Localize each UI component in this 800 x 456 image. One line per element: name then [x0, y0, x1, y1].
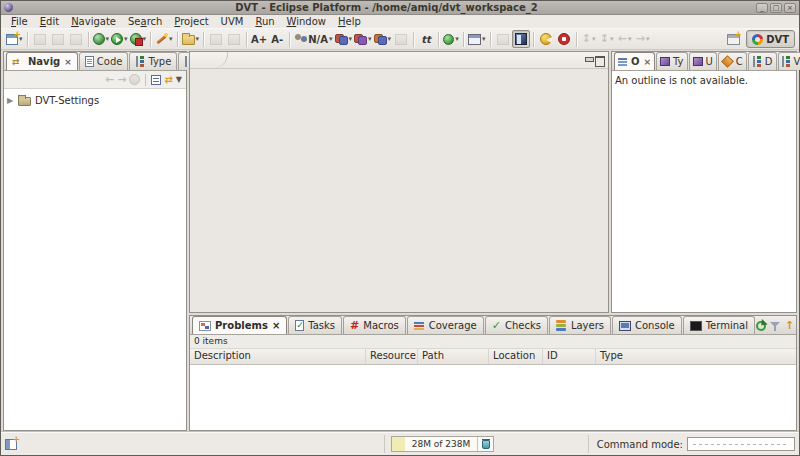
menu-project[interactable]: Project	[168, 15, 214, 28]
column-description[interactable]: Description	[190, 349, 366, 364]
compile-pair-icon	[335, 33, 348, 45]
close-tab-icon[interactable]: ×	[272, 320, 280, 331]
close-tab-icon[interactable]: ×	[644, 57, 652, 67]
run-external-button[interactable]: ▾	[129, 30, 148, 48]
column-location[interactable]: Location	[489, 349, 543, 364]
maximize-editor-icon[interactable]	[594, 55, 605, 65]
link-with-editor-icon[interactable]: ⇄	[164, 74, 172, 85]
tab-code[interactable]: Code	[79, 52, 129, 70]
doc-button-disabled	[494, 30, 512, 48]
tab-verification[interactable]: Ve	[778, 52, 800, 70]
tab-navig[interactable]: ⇄Navig×	[6, 52, 78, 70]
nav-forward-icon: →	[117, 74, 126, 86]
new-wizard-icon	[6, 34, 18, 45]
column-id[interactable]: ID	[543, 349, 596, 364]
compile-config-button-2[interactable]: ▾	[353, 30, 373, 48]
toggle-text-button[interactable]: tt	[417, 30, 435, 48]
problems-table-body	[190, 365, 796, 430]
tab-coverage[interactable]: Coverage	[407, 316, 484, 334]
left-tabbar: ⇄Navig× Code Type Trace	[4, 52, 186, 71]
people-icon	[294, 33, 308, 45]
help-button[interactable]	[555, 30, 573, 48]
expander-icon[interactable]: ▶	[6, 96, 14, 105]
column-path[interactable]: Path	[418, 349, 489, 364]
command-mode-input[interactable]	[687, 437, 795, 451]
package-icon	[693, 57, 703, 66]
tab-checks[interactable]: C	[718, 52, 747, 70]
font-decrease-button[interactable]: A-	[268, 30, 286, 48]
menu-search[interactable]: Search	[122, 15, 168, 28]
forward-arrow-icon: →	[636, 33, 645, 45]
filter-icon[interactable]	[770, 321, 781, 331]
print-button	[67, 30, 85, 48]
open-resource-button[interactable]: ▾	[181, 30, 201, 48]
menu-help[interactable]: Help	[332, 15, 367, 28]
tab-types[interactable]: Ty	[656, 52, 687, 70]
menu-edit[interactable]: Edit	[34, 15, 65, 28]
heap-status-text: 28M of 238M	[405, 439, 477, 449]
navigator-icon: ⇄	[12, 57, 25, 67]
menu-run[interactable]: Run	[249, 15, 280, 28]
run-wizard-button[interactable]: ▾	[154, 30, 174, 48]
tab-macros[interactable]: #Macros	[343, 316, 406, 334]
menu-window[interactable]: Window	[281, 15, 332, 28]
run-gc-button[interactable]	[477, 437, 493, 451]
minimize-editor-icon[interactable]	[583, 55, 594, 65]
back-button: ←▾	[616, 30, 634, 48]
minimize-button[interactable]: _	[756, 3, 768, 13]
maximize-button[interactable]: □	[770, 3, 782, 13]
uvm-phase-button[interactable]: N/A▾	[293, 30, 333, 48]
open-perspective-button[interactable]	[724, 30, 742, 48]
navigator-toolbar: ← → ⇄ ▼	[4, 71, 186, 89]
tab-console[interactable]: Console	[612, 316, 682, 334]
application-window: DVT - Eclipse Platform - /home/amiq/dvt_…	[0, 0, 800, 456]
new-wizard-button[interactable]: ▾	[5, 30, 24, 48]
nav-up-icon	[129, 74, 140, 85]
menu-navigate[interactable]: Navigate	[65, 15, 122, 28]
column-resource[interactable]: Resource	[366, 349, 418, 364]
tree-item-dvt-settings[interactable]: ▶ DVT-Settings	[6, 92, 184, 108]
tab-checks[interactable]: ✓Checks	[485, 316, 548, 334]
font-increase-button[interactable]: A+	[250, 30, 268, 48]
menu-uvm[interactable]: UVM	[215, 15, 250, 28]
command-mode-label: Command mode:	[597, 439, 683, 450]
debug-button[interactable]: ▾	[92, 30, 111, 48]
compile-pair-icon	[374, 33, 387, 45]
grey-pair-icon	[395, 34, 407, 45]
refresh-icon[interactable]	[756, 321, 766, 331]
tab-uvm-browser[interactable]: U	[689, 52, 717, 70]
window-title: DVT - Eclipse Platform - /home/amiq/dvt_…	[17, 1, 756, 14]
tab-type[interactable]: Type	[129, 52, 177, 70]
close-tab-icon[interactable]: ×	[64, 57, 72, 67]
dvt-perspective-button[interactable]: DVT	[746, 30, 795, 48]
previous-item-icon[interactable]: ↑	[785, 320, 794, 331]
run-button[interactable]: ▾	[110, 30, 129, 48]
column-type[interactable]: Type	[596, 349, 796, 364]
waiver-button[interactable]	[537, 30, 555, 48]
tab-tasks[interactable]: Tasks	[288, 316, 342, 334]
view-menu-icon[interactable]: ▼	[176, 75, 182, 84]
compile-config-button-1[interactable]: ▾	[334, 30, 354, 48]
main-toolbar: ▾ ▾ ▾ ▾ ▾ ▾ A+ A- N/A▾ ▾ ▾ ▾ tt ▾ ▾	[1, 28, 799, 50]
outline-panel: O× Ty U C D Ve An outline is not availab…	[611, 51, 797, 313]
close-button[interactable]: ×	[784, 3, 796, 13]
tab-layers[interactable]: Layers	[549, 316, 611, 334]
heap-usage-bar	[392, 437, 405, 451]
menu-file[interactable]: File	[5, 15, 34, 28]
collapse-all-icon[interactable]	[151, 75, 161, 85]
code-icon	[85, 56, 94, 67]
compile-config-button-3[interactable]: ▾	[373, 30, 393, 48]
hash-icon: #	[350, 320, 359, 331]
tab-design[interactable]: D	[748, 52, 777, 70]
editor-area	[189, 51, 609, 313]
tab-terminal[interactable]: Terminal	[683, 316, 755, 334]
tab-problems[interactable]: Problems×	[192, 316, 287, 334]
build-status-button[interactable]: ▾	[442, 30, 460, 48]
tasks-icon	[295, 320, 304, 331]
full-window-button[interactable]	[512, 30, 530, 48]
last-annotation-button: ↕▾	[580, 30, 598, 48]
fast-view-icon[interactable]	[5, 439, 17, 450]
window-layout-button[interactable]: ▾	[467, 30, 487, 48]
heap-monitor[interactable]: 28M of 238M	[391, 436, 494, 452]
tab-outline[interactable]: O×	[614, 52, 655, 70]
